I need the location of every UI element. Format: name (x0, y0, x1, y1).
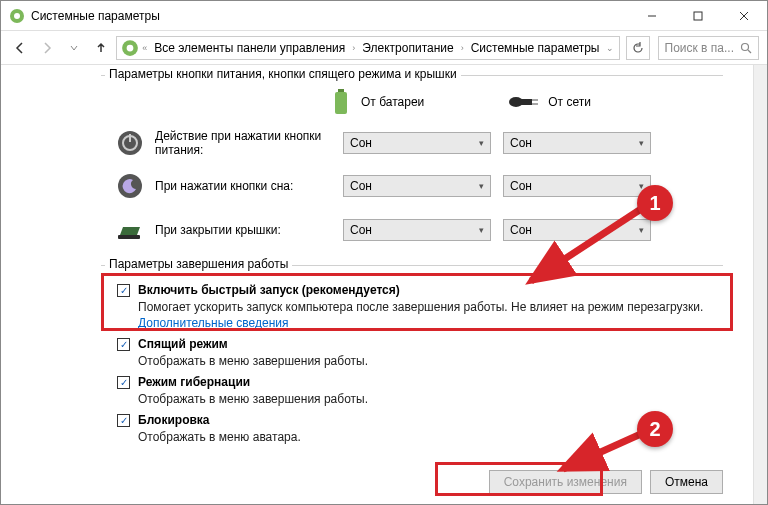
svg-point-1 (14, 13, 20, 19)
breadcrumb[interactable]: « Все элементы панели управления › Элект… (116, 36, 620, 60)
breadcrumb-item[interactable]: Электропитание (358, 41, 457, 55)
refresh-button[interactable] (626, 36, 649, 60)
save-button[interactable]: Сохранить изменения (489, 470, 642, 494)
button-row: Сохранить изменения Отмена (489, 470, 723, 494)
power-options-icon (121, 39, 139, 57)
battery-header: От батареи (331, 89, 424, 115)
search-placeholder: Поиск в па... (665, 41, 734, 55)
row-label: При нажатии кнопки сна: (155, 179, 331, 193)
search-input[interactable]: Поиск в па... (658, 36, 759, 60)
row-label: При закрытии крышки: (155, 223, 331, 237)
fast-startup-checkbox[interactable]: ✓ (117, 284, 130, 297)
lock-desc: Отображать в меню аватара. (138, 429, 723, 445)
annotation-callout-2: 2 (637, 411, 673, 447)
fast-startup-label: Включить быстрый запуск (рекомендуется) (138, 283, 400, 297)
chevron-down-icon[interactable]: ⌄ (605, 43, 615, 53)
svg-rect-13 (520, 99, 532, 105)
chevron-down-icon: ▾ (639, 225, 644, 235)
search-icon (740, 42, 752, 54)
chevron-left-icon: « (141, 43, 148, 53)
recent-dropdown[interactable] (63, 35, 86, 61)
power-button-battery-select[interactable]: Сон▾ (343, 132, 491, 154)
ac-header: От сети (508, 94, 591, 110)
back-button[interactable] (9, 35, 32, 61)
hibernate-label: Режим гибернации (138, 375, 250, 389)
close-button[interactable] (721, 1, 767, 31)
chevron-down-icon: ▾ (479, 138, 484, 148)
battery-icon (331, 89, 351, 115)
vertical-scrollbar[interactable] (753, 65, 767, 504)
window-controls (629, 1, 767, 31)
lid-ac-select[interactable]: Сон▾ (503, 219, 651, 241)
fieldset-legend: Параметры завершения работы (105, 257, 292, 271)
forward-button[interactable] (36, 35, 59, 61)
svg-point-8 (741, 43, 748, 50)
fast-startup-block: ✓ Включить быстрый запуск (рекомендуется… (117, 283, 723, 331)
ac-label: От сети (548, 95, 591, 109)
chevron-right-icon: › (460, 43, 465, 53)
breadcrumb-item[interactable]: Системные параметры (467, 41, 604, 55)
lock-block: ✓ Блокировка Отображать в меню аватара. (117, 413, 723, 445)
hibernate-checkbox[interactable]: ✓ (117, 376, 130, 389)
hibernate-block: ✓ Режим гибернации Отображать в меню зав… (117, 375, 723, 407)
sleep-block: ✓ Спящий режим Отображать в меню заверше… (117, 337, 723, 369)
column-headers: От батареи От сети (331, 89, 591, 115)
row-label: Действие при нажатии кнопки питания: (155, 129, 331, 157)
breadcrumb-item[interactable]: Все элементы панели управления (150, 41, 349, 55)
sleep-checkbox[interactable]: ✓ (117, 338, 130, 351)
navbar: « Все элементы панели управления › Элект… (1, 31, 767, 65)
sleep-button-icon (117, 173, 143, 199)
sleep-button-ac-select[interactable]: Сон▾ (503, 175, 651, 197)
window-title: Системные параметры (31, 9, 160, 23)
power-button-icon (117, 130, 143, 156)
plug-icon (508, 94, 538, 110)
lock-label: Блокировка (138, 413, 210, 427)
power-button-row: Действие при нажатии кнопки питания: Сон… (117, 129, 723, 157)
svg-rect-3 (694, 12, 702, 20)
annotation-callout-1: 1 (637, 185, 673, 221)
sleep-desc: Отображать в меню завершения работы. (138, 353, 723, 369)
lid-close-row: При закрытии крышки: Сон▾ Сон▾ (117, 217, 723, 243)
svg-point-7 (127, 44, 134, 51)
laptop-lid-icon (117, 217, 143, 243)
lid-battery-select[interactable]: Сон▾ (343, 219, 491, 241)
chevron-down-icon: ▾ (479, 181, 484, 191)
svg-rect-11 (335, 92, 347, 114)
more-info-link[interactable]: Дополнительные сведения (138, 316, 288, 330)
power-button-ac-select[interactable]: Сон▾ (503, 132, 651, 154)
lock-checkbox[interactable]: ✓ (117, 414, 130, 427)
fieldset-legend: Параметры кнопки питания, кнопки спящего… (105, 67, 461, 81)
window: Системные параметры « Все элементы панел… (0, 0, 768, 505)
power-options-icon (9, 8, 25, 24)
sleep-label: Спящий режим (138, 337, 228, 351)
svg-rect-20 (118, 235, 140, 239)
battery-label: От батареи (361, 95, 424, 109)
svg-rect-10 (338, 89, 344, 92)
chevron-down-icon: ▾ (639, 138, 644, 148)
up-button[interactable] (89, 35, 112, 61)
cancel-button[interactable]: Отмена (650, 470, 723, 494)
chevron-down-icon: ▾ (479, 225, 484, 235)
chevron-right-icon: › (351, 43, 356, 53)
titlebar: Системные параметры (1, 1, 767, 31)
sleep-button-battery-select[interactable]: Сон▾ (343, 175, 491, 197)
hibernate-desc: Отображать в меню завершения работы. (138, 391, 723, 407)
sleep-button-row: При нажатии кнопки сна: Сон▾ Сон▾ (117, 173, 723, 199)
svg-line-9 (748, 50, 751, 53)
minimize-button[interactable] (629, 1, 675, 31)
maximize-button[interactable] (675, 1, 721, 31)
fast-startup-desc: Помогает ускорить запуск компьютера посл… (138, 299, 723, 331)
